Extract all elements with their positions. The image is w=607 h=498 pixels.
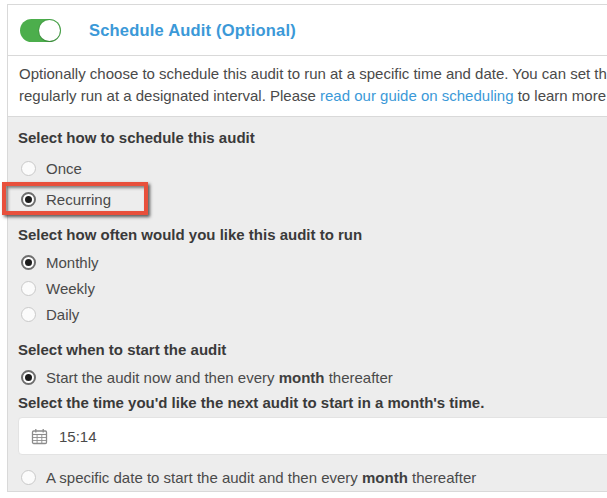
radio-label-monthly: Monthly [46, 254, 99, 271]
frequency-group-label: Select how often would you like this aud… [18, 227, 607, 243]
schedule-audit-viewport: Schedule Audit (Optional) Optionally cho… [0, 0, 607, 498]
radio-option-daily[interactable]: Daily [21, 301, 607, 327]
radio-button-weekly[interactable] [21, 281, 36, 296]
description-line-2-pre: regularly run at a designated interval. … [19, 87, 320, 104]
radio-button-specific-date[interactable] [21, 470, 36, 485]
radio-option-once[interactable]: Once [21, 155, 607, 181]
start-now-pre: Start the audit now and then every [46, 369, 279, 386]
scheduling-guide-link[interactable]: read our guide on scheduling [320, 87, 513, 104]
radio-label-recurring: Recurring [46, 191, 111, 208]
specific-date-pre: A specific date to start the audit and t… [46, 469, 362, 486]
schedule-form: Select how to schedule this audit Once R… [8, 117, 607, 491]
radio-button-monthly[interactable] [21, 255, 36, 270]
time-input[interactable]: 15:14 [18, 417, 607, 455]
schedule-group-label: Select how to schedule this audit [18, 130, 607, 146]
radio-option-recurring[interactable]: Recurring [21, 185, 607, 213]
description-line-2-post: to learn more about how this works. [514, 87, 607, 104]
radio-option-monthly[interactable]: Monthly [21, 249, 607, 275]
time-select-label: Select the time you'd like the next audi… [18, 395, 607, 411]
schedule-audit-toggle[interactable] [20, 19, 61, 42]
specific-date-post: thereafter [408, 469, 476, 486]
calendar-icon [31, 428, 48, 445]
time-value: 15:14 [59, 428, 97, 445]
panel-header: Schedule Audit (Optional) [8, 5, 607, 56]
radio-button-recurring[interactable] [21, 192, 36, 207]
panel-title: Schedule Audit (Optional) [89, 21, 296, 40]
start-now-bold: month [279, 369, 325, 386]
start-now-post: thereafter [324, 369, 392, 386]
radio-button-once[interactable] [21, 161, 36, 176]
description-line-1: Optionally choose to schedule this audit… [19, 63, 607, 85]
description-block: Optionally choose to schedule this audit… [8, 56, 607, 117]
radio-label-specific-date: A specific date to start the audit and t… [46, 469, 476, 486]
schedule-audit-card: Schedule Audit (Optional) Optionally cho… [7, 4, 607, 492]
radio-option-weekly[interactable]: Weekly [21, 275, 607, 301]
description-line-2: regularly run at a designated interval. … [19, 85, 607, 107]
radio-label-start-now: Start the audit now and then every month… [46, 369, 393, 386]
radio-button-start-now[interactable] [21, 370, 36, 385]
radio-option-start-now[interactable]: Start the audit now and then every month… [21, 364, 607, 390]
radio-label-daily: Daily [46, 306, 79, 323]
radio-label-weekly: Weekly [46, 280, 95, 297]
start-group-label: Select when to start the audit [18, 342, 607, 358]
radio-button-daily[interactable] [21, 307, 36, 322]
specific-date-bold: month [362, 469, 408, 486]
toggle-knob-icon [39, 20, 60, 41]
radio-label-once: Once [46, 160, 82, 177]
radio-option-specific-date[interactable]: A specific date to start the audit and t… [21, 464, 607, 490]
